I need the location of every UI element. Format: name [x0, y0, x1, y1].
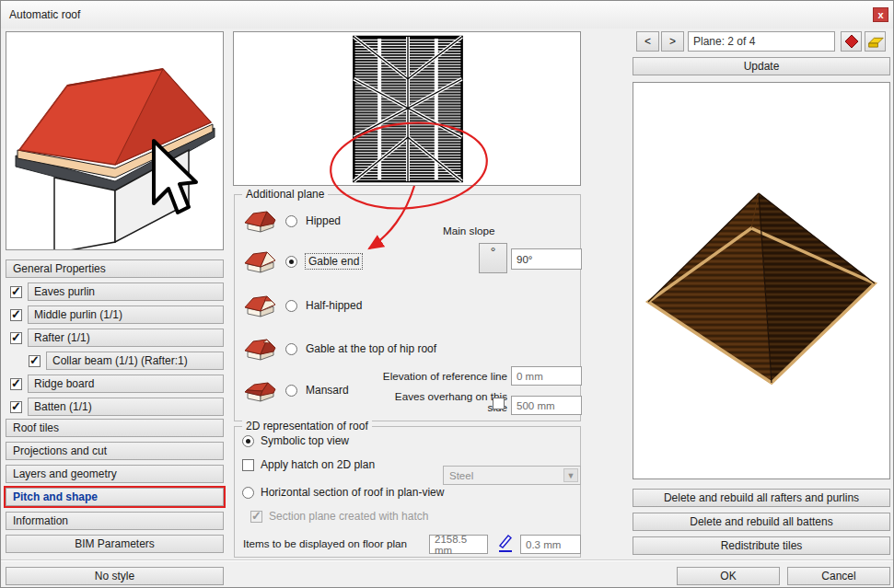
roof-plan-image	[352, 35, 464, 183]
tree-row-ridge-board: Ridge board	[6, 375, 224, 393]
symbolic-top-view-label[interactable]: Symbolic top view	[261, 434, 349, 447]
overhang-field[interactable]: 500 mm	[511, 396, 582, 415]
tree-row-eaves-purlin: Eaves purlin	[6, 282, 224, 301]
pen-width-field[interactable]: 0.3 mm	[520, 535, 581, 554]
elevation-field[interactable]: 0 mm	[511, 366, 582, 386]
main-slope-field[interactable]: 90°	[511, 248, 582, 270]
roof-type-option-gable-end: Gable end	[235, 248, 362, 275]
roof-plane-tool-button[interactable]	[865, 31, 886, 52]
chevron-down-icon[interactable]: ▼	[563, 468, 578, 482]
tiled-roof-image	[633, 83, 889, 478]
batten-label[interactable]: Batten (1/1)	[28, 398, 224, 416]
tree-row-collar-beam: Collar beam (1/1) (Rafter:1)	[6, 352, 224, 370]
tree-row-middle-purlin: Middle purlin (1/1)	[6, 306, 224, 324]
representation-title: 2D representation of roof	[242, 420, 372, 432]
red-diamond-button[interactable]	[841, 31, 862, 52]
batten-checkbox[interactable]	[10, 401, 22, 413]
eaves-purlin-label[interactable]: Eaves purlin	[28, 282, 224, 301]
sidebar-item-projections-and-cut[interactable]: Projections and cut	[6, 442, 224, 460]
eaves-purlin-checkbox[interactable]	[10, 286, 22, 298]
rebuild-battens-button[interactable]: Delete and rebuild all battens	[633, 513, 890, 531]
rafter-label[interactable]: Rafter (1/1)	[28, 329, 224, 347]
items-distance-field[interactable]: 2158.5 mm	[429, 535, 488, 554]
hipped-radio[interactable]	[285, 215, 297, 227]
section-plane-label: Section plane created with hatch	[269, 510, 428, 523]
symbolic-top-view-row: Symbolic top view	[242, 433, 349, 448]
additional-plane-group: Additional plane Hipped	[234, 194, 581, 421]
general-properties-header[interactable]: General Properties	[6, 259, 224, 278]
gable-top-radio[interactable]	[285, 343, 297, 355]
horizontal-section-row: Horizontal section of roof in plan-view	[242, 485, 444, 500]
close-button[interactable]: x	[873, 7, 888, 22]
plane-indicator-field[interactable]: Plane: 2 of 4	[688, 31, 835, 52]
bim-parameters-button[interactable]: BIM Parameters	[6, 535, 224, 553]
middle-purlin-label[interactable]: Middle purlin (1/1)	[28, 306, 224, 324]
apply-hatch-label[interactable]: Apply hatch on 2D plan	[261, 458, 375, 471]
sidebar-item-information[interactable]: Information	[6, 512, 224, 530]
right-panel: < > Plane: 2 of 4 Update	[633, 31, 890, 558]
section-plane-row: Section plane created with hatch	[250, 509, 428, 524]
hipped-roof-icon	[243, 209, 277, 234]
sidebar-item-layers-and-geometry[interactable]: Layers and geometry	[6, 465, 224, 483]
ridge-board-checkbox[interactable]	[10, 378, 22, 390]
collar-beam-label[interactable]: Collar beam (1/1) (Rafter:1)	[46, 352, 224, 370]
window-title: Automatic roof	[9, 8, 80, 21]
middle-purlin-checkbox[interactable]	[10, 309, 22, 321]
hipped-radio-label[interactable]: Hipped	[306, 214, 341, 227]
mansard-radio[interactable]	[285, 385, 297, 397]
pen-icon[interactable]	[496, 533, 515, 553]
cancel-button[interactable]: Cancel	[787, 567, 890, 585]
collar-beam-checkbox[interactable]	[29, 355, 41, 367]
gable-end-radio[interactable]	[285, 256, 297, 268]
representation-group: 2D representation of roof Symbolic top v…	[234, 426, 581, 558]
roof-type-option-hipped: Hipped	[235, 207, 341, 235]
next-plane-button[interactable]: >	[661, 31, 684, 52]
overhang-label: Eaves overhang on this side	[388, 391, 507, 413]
gable-end-roof-icon	[243, 249, 277, 274]
no-style-button[interactable]: No style	[6, 567, 224, 585]
mansard-roof-icon	[243, 378, 277, 403]
house-roof-image	[6, 32, 223, 249]
half-hipped-radio[interactable]	[285, 300, 297, 312]
additional-plane-title: Additional plane	[242, 188, 328, 201]
mansard-radio-label[interactable]: Mansard	[306, 384, 349, 397]
tree-row-rafter: Rafter (1/1)	[6, 329, 224, 347]
horizontal-section-radio[interactable]	[242, 487, 254, 499]
gable-top-radio-label[interactable]: Gable at the top of hip roof	[306, 342, 436, 355]
degree-unit-button[interactable]: °	[479, 243, 507, 273]
sidebar-item-pitch-and-shape[interactable]: Pitch and shape	[6, 488, 224, 506]
update-button[interactable]: Update	[633, 57, 890, 75]
footer-divider	[1, 559, 894, 561]
gable-end-radio-label[interactable]: Gable end	[306, 254, 362, 269]
middle-panel: Additional plane Hipped	[233, 31, 583, 558]
items-floor-plan-label: Items to be displayed on floor plan	[243, 538, 407, 549]
ridge-board-label[interactable]: Ridge board	[28, 375, 224, 393]
section-plane-checkbox	[250, 511, 262, 523]
main-slope-label: Main slope	[443, 225, 495, 236]
roof-3d-preview[interactable]	[633, 82, 890, 479]
automatic-roof-dialog: Automatic roof x General Properties Eave…	[0, 0, 894, 588]
elevation-label: Elevation of reference line	[369, 371, 507, 382]
ok-button[interactable]: OK	[677, 567, 780, 585]
apply-hatch-checkbox[interactable]	[242, 459, 254, 471]
apply-hatch-row: Apply hatch on 2D plan	[242, 457, 375, 472]
gable-top-hip-roof-icon	[243, 337, 277, 362]
rebuild-rafters-purlins-button[interactable]: Delete and rebuild all rafters and purli…	[633, 489, 890, 507]
sidebar-item-roof-tiles[interactable]: Roof tiles	[6, 419, 224, 437]
half-hipped-roof-icon	[243, 294, 277, 318]
roof-type-option-gable-top: Gable at the top of hip roof	[235, 335, 436, 363]
roof-plan-preview	[233, 31, 581, 186]
horizontal-section-label[interactable]: Horizontal section of roof in plan-view	[261, 486, 444, 499]
redistribute-tiles-button[interactable]: Redistribute tiles	[633, 536, 890, 555]
symbolic-top-view-radio[interactable]	[242, 435, 254, 447]
left-panel: General Properties Eaves purlin Middle p…	[6, 31, 224, 556]
titlebar[interactable]: Automatic roof x	[1, 1, 893, 29]
hatch-material-combo[interactable]: Steel ▼	[443, 466, 581, 485]
hatch-material-value: Steel	[449, 470, 473, 481]
red-diamond-icon	[845, 35, 858, 48]
overhang-checkbox[interactable]	[493, 398, 505, 409]
rafter-checkbox[interactable]	[10, 332, 22, 344]
previous-plane-button[interactable]: <	[636, 31, 659, 52]
roof-type-option-half-hipped: Half-hipped	[235, 292, 362, 319]
half-hipped-radio-label[interactable]: Half-hipped	[306, 299, 362, 312]
